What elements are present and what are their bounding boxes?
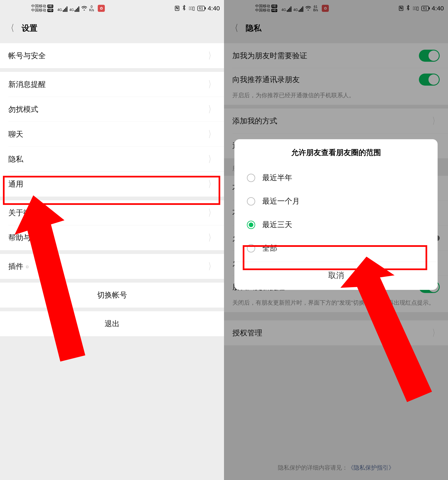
wifi-icon — [81, 5, 87, 12]
option-one-month[interactable]: 最近一个月 — [234, 190, 438, 213]
row-dnd[interactable]: 勿扰模式〉 — [0, 97, 224, 122]
range-dialog: 允许朋友查看朋友圈的范围 最近半年 最近一个月 最近三天 全部 取消 — [234, 139, 438, 290]
carrier-label-2: 中国移动 — [31, 8, 46, 13]
chevron-right-icon: 〉 — [208, 232, 214, 244]
bluetooth-icon — [182, 5, 186, 12]
chevron-right-icon: 〉 — [208, 50, 214, 62]
row-logout[interactable]: 退出 — [0, 311, 224, 336]
option-three-days[interactable]: 最近三天 — [234, 213, 438, 236]
hd-badge: HD — [47, 9, 53, 12]
bulb-icon: ☼ — [25, 263, 29, 269]
row-privacy[interactable]: 隐私〉 — [0, 147, 224, 172]
settings-screen: 中国移动 HD 中国移动 HD 4G 4G 0K/s ✿ N — [0, 0, 224, 480]
option-all[interactable]: 全部 — [234, 236, 438, 260]
row-general[interactable]: 通用〉 — [0, 172, 224, 197]
chevron-right-icon: 〉 — [208, 260, 214, 273]
row-plugin[interactable]: 插件☼〉 — [0, 254, 224, 279]
row-new-message[interactable]: 新消息提醒〉 — [0, 72, 224, 97]
chevron-right-icon: 〉 — [208, 103, 214, 115]
chevron-right-icon: 〉 — [208, 128, 214, 141]
back-icon[interactable]: 〈 — [8, 22, 14, 34]
chevron-right-icon: 〉 — [208, 78, 214, 91]
clock: 4:40 — [208, 5, 220, 12]
nav-bar: 〈 设置 — [0, 17, 224, 40]
status-bar: 中国移动 HD 中国移动 HD 4G 4G 0K/s ✿ N — [0, 0, 224, 17]
carrier-label-1: 中国移动 — [31, 4, 46, 8]
hd-badge: HD — [47, 5, 53, 8]
nfc-icon: N — [175, 6, 179, 11]
chevron-right-icon: 〉 — [208, 178, 214, 190]
option-half-year[interactable]: 最近半年 — [234, 166, 438, 190]
row-account-security[interactable]: 帐号与安全〉 — [0, 43, 224, 68]
net-speed: 0K/s — [89, 5, 94, 12]
radio-unchecked-icon — [247, 174, 255, 182]
row-chat[interactable]: 聊天〉 — [0, 122, 224, 147]
radio-unchecked-icon — [247, 197, 255, 205]
chevron-right-icon: 〉 — [208, 153, 214, 165]
chevron-right-icon: 〉 — [208, 207, 214, 219]
signal-icon: 4G — [58, 7, 67, 12]
row-help[interactable]: 帮助与反馈〉 — [0, 225, 224, 250]
dialog-title: 允许朋友查看朋友圈的范围 — [234, 148, 438, 166]
row-about[interactable]: 关于微信〉 — [0, 200, 224, 225]
page-title: 设置 — [22, 23, 37, 34]
radio-checked-icon — [247, 221, 255, 229]
radio-unchecked-icon — [247, 244, 255, 253]
vibrate-icon: ▯⃞▯ — [189, 5, 195, 11]
battery-icon: 61 — [197, 6, 205, 11]
row-switch-account[interactable]: 切换帐号 — [0, 282, 224, 308]
app-badge-icon: ✿ — [98, 5, 105, 12]
signal-icon: 4G — [69, 7, 79, 12]
dialog-cancel-button[interactable]: 取消 — [234, 262, 438, 290]
privacy-screen: 中国移动 HD 中国移动 HD 4G 4G 61B/s ✿ N — [224, 0, 448, 480]
